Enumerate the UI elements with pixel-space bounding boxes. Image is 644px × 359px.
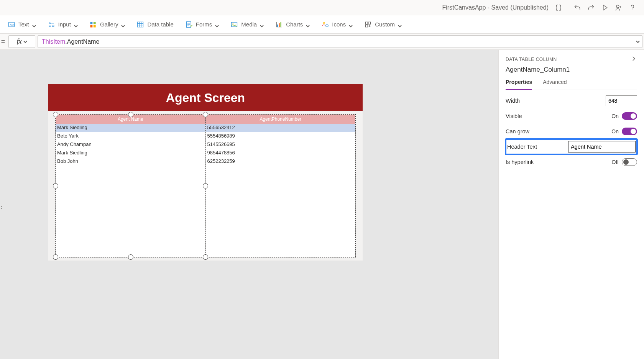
resize-handle <box>203 183 208 189</box>
ribbon-charts[interactable]: Charts <box>275 21 310 28</box>
svg-rect-16 <box>366 22 368 24</box>
equals-label: = <box>0 34 6 49</box>
panel-properties-list: Width Visible On Can grow On Header Text <box>499 90 644 173</box>
ribbon-icons-label: Icons <box>332 21 346 28</box>
tab-properties[interactable]: Properties <box>506 79 532 90</box>
panel-subtitle: AgentName_Column1 <box>506 66 637 74</box>
prop-cangrow-label: Can grow <box>506 128 529 134</box>
formula-input[interactable]: ThisItem.AgentName <box>38 35 642 48</box>
ribbon-input-label: Input <box>58 21 71 28</box>
prop-visible-label: Visible <box>506 113 522 119</box>
help-icon[interactable] <box>626 1 639 15</box>
chevron-down-icon <box>74 23 78 26</box>
tree-collapsed-gutter[interactable] <box>0 50 6 359</box>
chevron-down-icon <box>260 23 264 26</box>
expand-handle-icon <box>1 205 4 211</box>
play-icon[interactable] <box>598 1 612 15</box>
svg-rect-7 <box>94 25 96 27</box>
svg-rect-14 <box>280 22 281 27</box>
table-row[interactable]: Beto Yark 5554856989 <box>56 132 355 141</box>
prop-headertext-label: Header Text <box>507 144 537 150</box>
chevron-down-icon <box>306 23 310 26</box>
ribbon-forms-label: Forms <box>196 21 212 28</box>
table-row[interactable]: Mark Siedling 9854478856 <box>56 149 355 157</box>
fx-label: fx <box>17 38 22 46</box>
cangrow-toggle[interactable] <box>622 128 637 135</box>
svg-rect-8 <box>138 22 143 27</box>
svg-rect-5 <box>94 22 96 24</box>
tab-advanced[interactable]: Advanced <box>543 79 567 90</box>
svg-rect-18 <box>366 25 368 27</box>
prop-width: Width <box>506 93 637 108</box>
share-icon[interactable] <box>612 1 626 15</box>
visible-toggle[interactable] <box>622 112 637 120</box>
redo-icon[interactable] <box>584 1 598 15</box>
chevron-right-icon[interactable] <box>630 55 637 64</box>
table-row[interactable]: Bob John 6252232259 <box>56 157 355 166</box>
ribbon-input[interactable]: Input <box>48 21 78 28</box>
cell-name: Bob John <box>56 157 206 166</box>
ribbon-text-label: Text <box>18 21 29 28</box>
prop-hyperlink: Is hyperlink Off <box>506 154 637 170</box>
svg-rect-17 <box>368 22 371 24</box>
resize-handle <box>128 254 133 260</box>
ribbon-icons[interactable]: Icons <box>321 21 353 28</box>
formula-token-thisitem: ThisItem <box>42 38 65 45</box>
chevron-down-icon <box>349 23 353 26</box>
svg-rect-4 <box>90 22 92 24</box>
ribbon-forms[interactable]: Forms <box>185 21 219 28</box>
app-checker-icon[interactable] <box>552 1 565 15</box>
panel-tabs: Properties Advanced <box>506 79 637 90</box>
ribbon-datatable-label: Data table <box>147 21 173 28</box>
resize-handle <box>53 254 58 260</box>
ribbon-gallery-label: Gallery <box>100 21 118 28</box>
screen-title-label: Agent Screen <box>48 84 363 111</box>
properties-panel: DATA TABLE COLUMN AgentName_Column1 Prop… <box>498 50 644 359</box>
column-header-agentname[interactable]: Agent Name <box>56 115 206 124</box>
datatable-selected[interactable]: Agent Name AgentPhoneNumber Mark Siedlin… <box>55 114 356 257</box>
visible-value: On <box>611 113 619 119</box>
titlebar: FirstCanvasApp - Saved (Unpublished) <box>0 0 644 15</box>
cangrow-value: On <box>611 128 619 134</box>
divider <box>568 3 568 12</box>
prop-visible: Visible On <box>506 108 637 124</box>
prop-width-label: Width <box>506 98 520 104</box>
chevron-down-icon <box>121 23 125 26</box>
fx-button[interactable]: fx <box>8 35 35 48</box>
ribbon-charts-label: Charts <box>286 21 303 28</box>
undo-icon[interactable] <box>570 1 584 15</box>
svg-text:Abc: Abc <box>10 23 15 26</box>
formula-token-rest: .AgentName <box>65 38 99 45</box>
hyperlink-toggle[interactable] <box>622 158 637 166</box>
cell-name: Beto Yark <box>56 132 206 141</box>
main-area: Agent Screen Agent Name AgentPhoneNumber <box>0 50 644 359</box>
app-title: FirstCanvasApp - Saved (Unpublished) <box>442 4 549 11</box>
table-row[interactable]: Andy Champan 5145526695 <box>56 141 355 149</box>
ribbon-custom[interactable]: Custom <box>364 21 402 28</box>
canvas[interactable]: Agent Screen Agent Name AgentPhoneNumber <box>6 50 498 359</box>
cell-phone: 6252232259 <box>206 157 356 166</box>
column-header-agentphone[interactable]: AgentPhoneNumber <box>206 115 356 124</box>
prop-hyperlink-label: Is hyperlink <box>506 159 534 165</box>
cell-phone: 9854478856 <box>206 149 356 157</box>
ribbon-media[interactable]: Media <box>230 21 264 28</box>
prop-cangrow: Can grow On <box>506 124 637 139</box>
screen-agent: Agent Screen Agent Name AgentPhoneNumber <box>48 84 363 261</box>
svg-rect-12 <box>277 25 278 27</box>
chevron-down-icon <box>23 38 27 45</box>
resize-handle <box>203 254 208 260</box>
svg-rect-6 <box>90 25 92 27</box>
svg-point-3 <box>49 23 50 24</box>
ribbon-text[interactable]: Abc Text <box>8 21 36 28</box>
headertext-input[interactable] <box>568 141 636 152</box>
ribbon-datatable[interactable]: Data table <box>136 21 173 28</box>
panel-title: DATA TABLE COLUMN <box>506 57 557 62</box>
datatable-header-row: Agent Name AgentPhoneNumber <box>56 115 355 124</box>
svg-rect-13 <box>279 23 280 27</box>
cell-phone: 5145526695 <box>206 141 356 149</box>
width-input[interactable] <box>606 95 637 106</box>
table-row[interactable]: Mark Siedling 5556532412 <box>56 124 355 132</box>
formula-expand-icon[interactable] <box>636 38 640 45</box>
prop-headertext: Header Text <box>506 139 637 154</box>
ribbon-gallery[interactable]: Gallery <box>89 21 125 28</box>
